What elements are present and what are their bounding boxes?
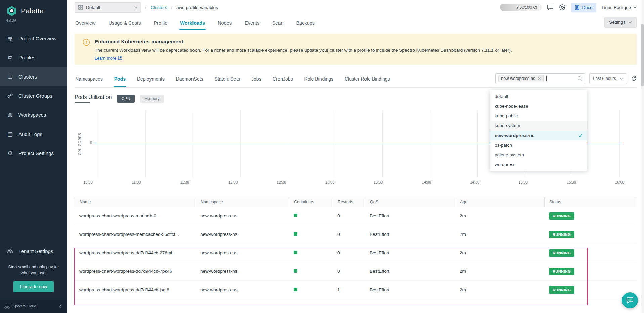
tab-events[interactable]: Events	[244, 17, 260, 30]
y-tick-zero: 0	[90, 140, 92, 144]
settings-button[interactable]: Settings	[604, 17, 637, 28]
namespace-option-palette-system[interactable]: palette-system ✓	[490, 150, 587, 160]
namespace-option-os-patch[interactable]: os-patch ✓	[490, 140, 587, 150]
tab-usage-costs[interactable]: Usage & Costs	[108, 17, 141, 30]
workload-tab-role-bindings[interactable]: Role Bindings	[304, 70, 334, 87]
sidebar-item-profiles[interactable]: ⧉ Profiles	[0, 48, 67, 67]
tab-scan[interactable]: Scan	[271, 17, 284, 30]
gridline	[477, 110, 478, 177]
table-row-row-5[interactable]: wordpress-chart-wordpress-dd7d944cb-jsgt…	[75, 281, 637, 299]
sidebar-item-label: Project Overview	[18, 36, 56, 41]
project-selector[interactable]: Default	[75, 2, 141, 13]
learn-more-link[interactable]: Learn more	[95, 56, 122, 61]
sidebar-item-project-settings[interactable]: ⚙ Project Settings	[0, 144, 67, 163]
column-header[interactable]: Namespace	[196, 197, 289, 207]
column-header[interactable]: Restarts	[333, 197, 365, 207]
column-header[interactable]: Containers	[289, 197, 333, 207]
text-cursor	[546, 76, 547, 81]
workload-tab-label: Deployments	[137, 76, 165, 82]
containers-cell	[289, 287, 333, 292]
workload-tab-daemonsets[interactable]: DaemonSets	[175, 70, 204, 87]
sidebar-item-project-overview[interactable]: ▦ Project Overview	[0, 29, 67, 48]
docs-button[interactable]: Docs	[571, 3, 596, 12]
chevron-down-icon	[629, 21, 632, 23]
memory-toggle-chip[interactable]: Memory	[140, 95, 164, 103]
upgrade-now-button[interactable]: Upgrade now	[13, 281, 54, 292]
tab-label: Backups	[296, 20, 315, 26]
refresh-icon[interactable]	[631, 76, 637, 82]
sidebar-item-clusters[interactable]: ≣ Clusters	[0, 67, 67, 86]
workload-tab-cronjobs[interactable]: CronJobs	[272, 70, 294, 87]
sidebar-item-cluster-groups[interactable]: ☍ Cluster Groups	[0, 86, 67, 105]
column-header[interactable]: Status	[544, 197, 637, 207]
tab-nodes[interactable]: Nodes	[217, 17, 232, 30]
sidebar-item-workspaces[interactable]: ◍ Workspaces	[0, 105, 67, 124]
banner-body: The current Workloads view will be depre…	[95, 47, 629, 54]
namespace-option-kube-node-lease[interactable]: kube-node-lease ✓	[490, 101, 587, 111]
palette-logo[interactable]: Palette	[0, 0, 67, 17]
time-range-selector[interactable]: Last 6 hours	[589, 73, 627, 84]
column-header[interactable]: Age	[455, 197, 544, 207]
project-icon	[78, 5, 83, 10]
support-at-icon[interactable]	[559, 4, 566, 11]
workload-tab-jobs[interactable]: Jobs	[251, 70, 262, 87]
table-row-row-4[interactable]: wordpress-chart-wordpress-dd7d944cb-7pk4…	[75, 262, 637, 281]
spectro-cloud-logo-icon	[4, 303, 10, 309]
sidebar-nav: ▦ Project Overview ⧉ Profiles ≣ Clusters…	[0, 29, 67, 163]
pod-name-cell: wordpress-chart-wordpress-memcached-56cf…	[75, 232, 196, 237]
workload-tab-statefulsets[interactable]: StatefulSets	[214, 70, 241, 87]
remove-tag-icon[interactable]: ✕	[538, 76, 541, 81]
sidebar-item-label: Profiles	[18, 55, 35, 60]
top-bar: Default / Clusters / aws-profile-variabl…	[67, 0, 644, 15]
status-cell: RUNNING	[544, 286, 637, 294]
tab-profile[interactable]: Profile	[153, 17, 168, 30]
tab-overview[interactable]: Overview	[75, 17, 96, 30]
status-badge: RUNNING	[549, 286, 574, 294]
restarts-cell: 0	[333, 213, 365, 218]
project-selector-value: Default	[86, 5, 100, 10]
workload-tab-deployments[interactable]: Deployments	[136, 70, 165, 87]
containers-cell	[289, 213, 333, 218]
collapse-sidebar-icon[interactable]	[58, 304, 63, 309]
tenant-settings-label: Tenant Settings	[18, 248, 53, 254]
namespace-option-kube-public[interactable]: kube-public ✓	[490, 111, 587, 121]
cluster-tab-bar: Overview Usage & Costs Profile Workloads…	[67, 15, 644, 30]
namespace-filter-input[interactable]: new-wordpress-ns ✕	[495, 73, 585, 84]
column-header[interactable]: Name	[75, 197, 196, 207]
namespace-option-wordpress[interactable]: wordpress ✓	[490, 160, 587, 169]
column-header[interactable]: QoS	[365, 197, 455, 207]
sidebar-item-tenant-settings[interactable]: Tenant Settings	[0, 242, 67, 261]
breadcrumb-clusters-link[interactable]: Clusters	[151, 5, 167, 10]
sidebar-item-audit-logs[interactable]: ▤ Audit Logs	[0, 124, 67, 144]
sidebar-item-label: Clusters	[18, 74, 37, 80]
user-name: Linus Bourque	[602, 5, 631, 10]
chat-fab-button[interactable]	[622, 292, 638, 308]
namespace-filter-tag: new-wordpress-ns ✕	[498, 75, 544, 82]
user-menu[interactable]: Linus Bourque	[602, 5, 637, 10]
cpu-toggle-chip[interactable]: CPU	[117, 95, 134, 103]
namespace-option-default[interactable]: default ✓	[490, 92, 587, 101]
cluster-groups-icon: ☍	[6, 93, 14, 99]
workload-tab-label: Role Bindings	[304, 76, 333, 82]
workload-tab-cluster-role-bindings[interactable]: Cluster Role Bindings	[344, 70, 391, 87]
workload-tab-namespaces[interactable]: Namespaces	[75, 70, 103, 87]
palette-logo-icon	[6, 5, 17, 17]
table-row-row-3[interactable]: wordpress-chart-wordpress-dd7d944cb-276m…	[75, 244, 637, 262]
scrollbar-track[interactable]	[641, 0, 644, 313]
top-right-controls: 2.52/100kCh	[500, 3, 637, 12]
search-icon	[577, 76, 582, 81]
chat-icon[interactable]	[547, 4, 554, 10]
table-row-row-2[interactable]: wordpress-chart-wordpress-memcached-56cf…	[75, 225, 637, 244]
workload-tab-label: CronJobs	[273, 76, 293, 82]
workload-tab-pods[interactable]: Pods	[114, 70, 126, 87]
table-row-row-1[interactable]: wordpress-chart-wordpress-mariadb-0 new-…	[75, 207, 637, 225]
tab-backups[interactable]: Backups	[295, 17, 315, 30]
namespace-option-kube-system[interactable]: kube-system ✓	[490, 121, 587, 131]
age-cell: 2m	[455, 232, 544, 237]
scrollbar-thumb[interactable]	[641, 24, 644, 86]
namespace-option-new-wordpress-ns[interactable]: new-wordpress-ns ✓	[490, 131, 587, 140]
warning-icon	[83, 39, 90, 46]
x-axis-labels: 10:3011:0011:3012:0012:3013:0013:3014:00…	[81, 180, 627, 184]
tab-workloads[interactable]: Workloads	[179, 17, 206, 30]
container-ready-indicator	[294, 232, 297, 236]
